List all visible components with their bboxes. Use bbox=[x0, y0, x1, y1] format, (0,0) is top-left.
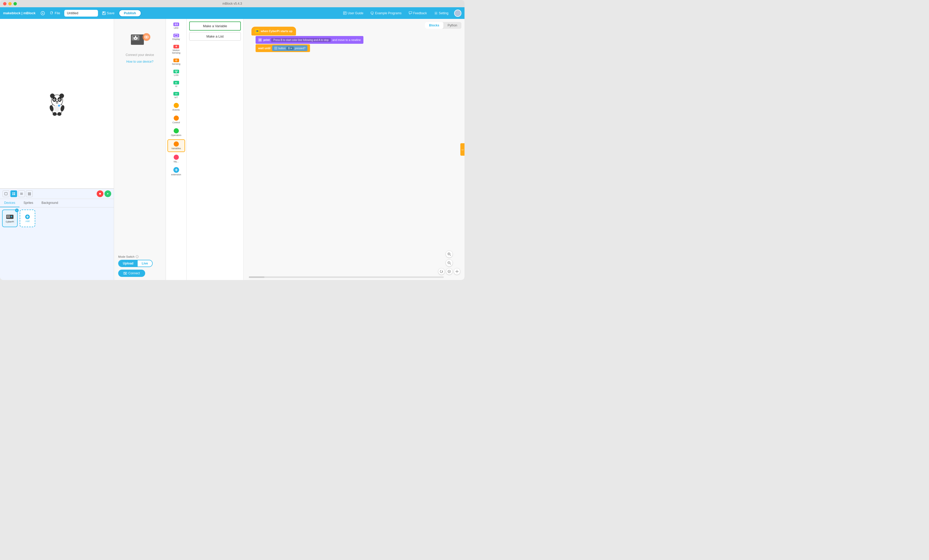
stop-button[interactable] bbox=[97, 190, 103, 197]
blocks-palette: LED Display MotionSensing bbox=[166, 19, 187, 280]
svg-rect-88 bbox=[259, 39, 261, 41]
svg-rect-80 bbox=[175, 71, 178, 72]
left-panel: ✦ bbox=[0, 19, 114, 280]
wait-dropdown[interactable]: B bbox=[287, 47, 294, 50]
category-lan[interactable]: LAN bbox=[167, 68, 185, 78]
svg-line-95 bbox=[450, 264, 451, 265]
code-toggle-icon: </> bbox=[461, 148, 464, 151]
cyberpi-icon bbox=[6, 214, 14, 220]
connect-device-button[interactable]: Connect bbox=[118, 270, 145, 277]
tab-python[interactable]: Python bbox=[443, 22, 461, 29]
minimize-button[interactable] bbox=[8, 2, 12, 5]
category-operators[interactable]: Operators bbox=[167, 127, 185, 138]
svg-marker-52 bbox=[107, 193, 109, 194]
how-to-link[interactable]: How to use device? bbox=[126, 60, 153, 63]
svg-rect-51 bbox=[99, 193, 101, 194]
go-button[interactable] bbox=[104, 190, 111, 197]
title-bar: mBlock v5.4.3 bbox=[0, 0, 464, 7]
view-large-btn[interactable] bbox=[3, 190, 9, 197]
svg-text:✦: ✦ bbox=[58, 106, 60, 107]
print-block[interactable]: print Press B to start color line follow… bbox=[256, 36, 363, 44]
hat-block[interactable]: when CyberPi starts up bbox=[251, 27, 296, 35]
category-motion-sensing[interactable]: MotionSensing bbox=[167, 43, 185, 56]
live-mode-btn[interactable]: Live bbox=[138, 260, 152, 266]
user-guide-button[interactable]: User Guide bbox=[342, 10, 365, 16]
reset-button[interactable] bbox=[438, 268, 445, 275]
save-button[interactable]: Save bbox=[100, 10, 117, 16]
print-suffix: and move to a newline bbox=[332, 38, 361, 41]
save-label: Save bbox=[107, 11, 115, 15]
connect-text: Connect your device bbox=[126, 53, 154, 57]
side-panel-toggle[interactable]: </> bbox=[460, 143, 464, 156]
info-icon: i bbox=[136, 255, 139, 258]
file-menu[interactable]: File bbox=[48, 10, 62, 16]
cyberpi-device[interactable]: × CyberPi bbox=[2, 210, 18, 227]
tab-devices[interactable]: Devices bbox=[0, 199, 20, 207]
upload-mode-btn[interactable]: Upload bbox=[119, 260, 138, 266]
scroll-thumb[interactable] bbox=[249, 276, 264, 278]
category-events[interactable]: Events bbox=[167, 101, 185, 113]
zoom-out-button[interactable] bbox=[446, 259, 453, 266]
tab-background[interactable]: Background bbox=[37, 199, 62, 207]
lan-label: LAN bbox=[174, 74, 179, 77]
bottom-panel-header bbox=[0, 189, 114, 199]
ai-label: AI bbox=[175, 85, 177, 88]
view-list-btn[interactable] bbox=[18, 190, 25, 197]
device-info-panel: Connect your device How to use device? bbox=[114, 19, 166, 255]
center-icon bbox=[448, 270, 451, 273]
maximize-button[interactable] bbox=[14, 2, 17, 5]
category-led[interactable]: LED bbox=[167, 21, 185, 31]
svg-rect-44 bbox=[30, 193, 31, 193]
center-button[interactable] bbox=[446, 268, 452, 275]
variables-label: Variables bbox=[171, 147, 181, 150]
project-title-input[interactable] bbox=[64, 10, 98, 17]
code-area: Blocks Python when CyberPi starts up bbox=[244, 19, 464, 280]
zoom-in-button[interactable] bbox=[446, 251, 453, 258]
fit-button[interactable] bbox=[454, 268, 460, 275]
fit-icon bbox=[455, 270, 459, 273]
stage-area: ✦ bbox=[0, 19, 114, 188]
cyberpi-label: CyberPi bbox=[6, 220, 14, 223]
category-extension[interactable]: extension bbox=[167, 165, 185, 178]
category-ai[interactable]: AI AI bbox=[167, 79, 185, 89]
view-grid-btn[interactable] bbox=[26, 190, 33, 197]
category-display[interactable]: Display bbox=[167, 32, 185, 42]
tab-sprites[interactable]: Sprites bbox=[20, 199, 37, 207]
user-avatar[interactable] bbox=[454, 9, 461, 17]
print-text-field: Press B to start color line following an… bbox=[271, 38, 331, 42]
category-sensing[interactable]: Sensing bbox=[167, 57, 185, 67]
category-variables[interactable]: Variables bbox=[167, 139, 185, 152]
tab-blocks[interactable]: Blocks bbox=[425, 22, 443, 29]
hat-block-text: when CyberPi starts up bbox=[261, 29, 293, 33]
add-icon bbox=[25, 214, 30, 219]
device-close-btn[interactable]: × bbox=[15, 208, 19, 212]
svg-rect-57 bbox=[7, 217, 9, 217]
feedback-button[interactable]: Feedback bbox=[407, 10, 428, 16]
window-title: mBlock v5.4.3 bbox=[222, 2, 242, 5]
block-stack: when CyberPi starts up print Press B to … bbox=[251, 27, 363, 52]
svg-rect-75 bbox=[176, 23, 178, 25]
example-programs-button[interactable]: Example Programs bbox=[369, 10, 403, 16]
wait-suffix: pressed? bbox=[295, 47, 305, 50]
add-device-btn[interactable]: Add bbox=[20, 210, 35, 227]
view-medium-btn[interactable] bbox=[11, 190, 17, 197]
setting-button[interactable]: Setting bbox=[432, 10, 450, 16]
home-icon[interactable] bbox=[40, 10, 46, 16]
wait-inner-block: button B pressed? bbox=[272, 45, 308, 51]
device-image-area bbox=[128, 29, 152, 50]
svg-text:i: i bbox=[137, 256, 137, 258]
horizontal-scrollbar[interactable] bbox=[249, 276, 444, 278]
magnify-minus-icon bbox=[448, 261, 451, 265]
category-iot[interactable]: IoT bbox=[167, 90, 185, 101]
category-control[interactable]: Control bbox=[167, 114, 185, 125]
make-variable-button[interactable]: Make a Variable bbox=[189, 21, 241, 31]
category-my-blocks[interactable]: My... bbox=[167, 153, 185, 165]
close-button[interactable] bbox=[3, 2, 6, 5]
svg-point-99 bbox=[449, 271, 450, 272]
svg-rect-35 bbox=[12, 193, 14, 193]
svg-rect-4 bbox=[103, 12, 104, 13]
publish-button[interactable]: Publish bbox=[119, 9, 141, 17]
dropdown-arrow-icon bbox=[290, 47, 292, 49]
make-list-button[interactable]: Make a List bbox=[189, 32, 241, 41]
wait-block[interactable]: wait until button B pressed? bbox=[256, 44, 310, 52]
